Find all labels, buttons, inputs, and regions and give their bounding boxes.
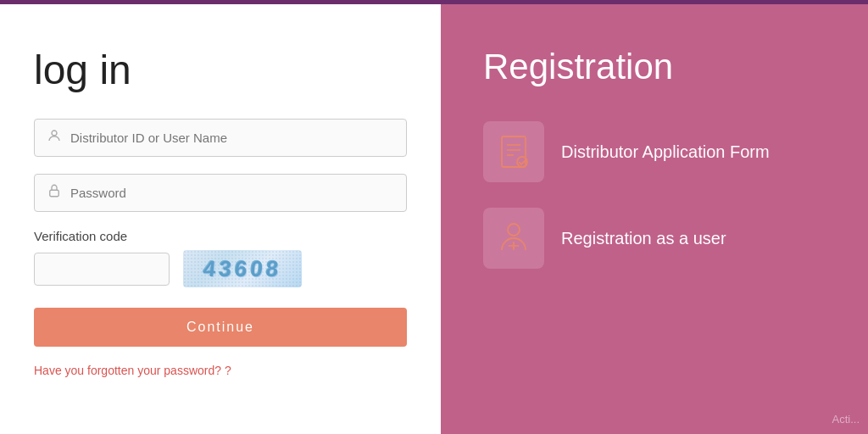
- lock-icon: [47, 183, 62, 203]
- username-input[interactable]: [70, 131, 394, 145]
- captcha-text: 43608: [202, 256, 282, 282]
- distributor-form-icon-box: [483, 121, 544, 182]
- password-input-wrapper: [34, 174, 407, 212]
- registration-title: Registration: [483, 47, 826, 87]
- verification-input[interactable]: [34, 253, 170, 286]
- verification-row: 43608: [34, 250, 407, 287]
- right-panel: Registration Distributor Application For…: [441, 4, 868, 434]
- user-icon: [47, 128, 62, 147]
- user-registration-icon: [493, 218, 534, 259]
- page-title: log in: [34, 47, 407, 93]
- bottom-right-text: Acti...: [832, 413, 860, 426]
- svg-point-0: [52, 131, 57, 136]
- password-input[interactable]: [70, 186, 394, 200]
- svg-rect-1: [50, 190, 59, 197]
- user-registration-icon-box: [483, 208, 544, 269]
- user-registration-item[interactable]: Registration as a user: [483, 208, 826, 269]
- verification-section: Verification code 43608: [34, 229, 407, 287]
- user-registration-label: Registration as a user: [561, 229, 726, 248]
- distributor-form-item[interactable]: Distributor Application Form: [483, 121, 826, 182]
- forgot-password-link[interactable]: Have you forgotten your password? ?: [34, 364, 407, 377]
- continue-button[interactable]: Continue: [34, 308, 407, 347]
- svg-rect-2: [502, 136, 526, 167]
- distributor-form-icon: [493, 131, 534, 172]
- verification-label: Verification code: [34, 229, 407, 243]
- left-panel: log in Verification code 43608: [0, 4, 441, 434]
- distributor-form-label: Distributor Application Form: [561, 142, 770, 162]
- username-input-wrapper: [34, 119, 407, 157]
- captcha-box[interactable]: 43608: [183, 250, 302, 287]
- svg-point-7: [508, 224, 520, 236]
